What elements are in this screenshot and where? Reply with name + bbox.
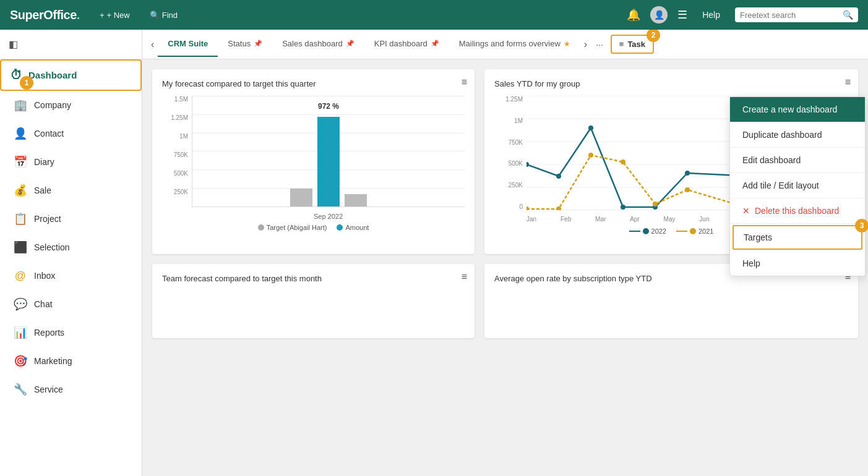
- x-label: May: [664, 216, 676, 223]
- tab-prev-button[interactable]: ‹: [147, 39, 158, 50]
- tab-label: CRM Suite: [168, 39, 208, 48]
- y-label: 1.5M: [174, 96, 188, 103]
- messages-icon[interactable]: ☰: [677, 8, 687, 22]
- legend-2021: 2021: [676, 227, 713, 235]
- legend-dot-target: [258, 224, 264, 231]
- sidebar-item-project[interactable]: 📋 Project: [0, 205, 142, 233]
- delete-label: Delete this dashboard: [755, 206, 839, 216]
- tab-sales-dashboard[interactable]: Sales dashboard 📌: [272, 32, 364, 57]
- company-icon: 🏢: [13, 98, 28, 113]
- find-button[interactable]: 🔍 Find: [145, 8, 183, 22]
- sidebar-item-chat[interactable]: 💬 Chat: [0, 290, 142, 318]
- x-label: Mar: [595, 216, 606, 223]
- sidebar-item-inbox[interactable]: @ Inbox: [0, 261, 142, 290]
- sidebar-item-company[interactable]: 🏢 Company: [0, 91, 142, 119]
- dot-2022: [526, 162, 529, 167]
- targets-label: Targets: [744, 232, 772, 242]
- tab-label: Sales dashboard: [282, 39, 343, 48]
- x-label: Apr: [630, 216, 640, 223]
- tab-label: KPI dashboard: [374, 39, 428, 48]
- tab-more-button[interactable]: ···: [591, 40, 608, 49]
- y-label: 750K: [509, 139, 523, 146]
- dot-2022: [556, 174, 561, 179]
- sidebar-item-label: Diary: [34, 157, 54, 167]
- dropdown-item-duplicate[interactable]: Duplicate dashboard: [730, 122, 865, 148]
- plus-icon: +: [100, 11, 105, 20]
- reports-icon: 📊: [13, 325, 28, 340]
- y-label: 250K: [509, 182, 523, 189]
- search-input[interactable]: [740, 11, 839, 20]
- legend-2022: 2022: [629, 227, 666, 235]
- badge-3: 3: [855, 219, 868, 232]
- legend-label-amount: Amount: [345, 224, 369, 231]
- tab-kpi-dashboard[interactable]: KPI dashboard 📌: [364, 32, 449, 57]
- sidebar-item-sale[interactable]: 💰 Sale: [0, 176, 142, 205]
- sidebar-item-selection[interactable]: ⬛ Selection: [0, 233, 142, 261]
- x-label: Jan: [526, 216, 536, 223]
- legend-line-2021: [676, 231, 687, 232]
- bar-percentage-label: 972 %: [318, 102, 339, 111]
- tab-bar: ‹ CRM Suite Status 📌 Sales dashboard 📌 K…: [142, 30, 868, 59]
- chart1-legend: Target (Abigail Hart) Amount: [162, 224, 465, 231]
- y-label: 250K: [174, 189, 188, 195]
- sidebar-item-service[interactable]: 🔧 Service: [0, 375, 142, 404]
- legend-label-2021: 2021: [698, 227, 713, 235]
- sidebar-item-contact[interactable]: 👤 Contact: [0, 119, 142, 148]
- tab-status[interactable]: Status 📌: [218, 32, 272, 57]
- dropdown-item-delete[interactable]: ✕ Delete this dashboard: [730, 198, 865, 224]
- dashboard-label: Dashboard: [28, 70, 77, 80]
- tile-2-menu-button[interactable]: ≡: [845, 77, 851, 88]
- dropdown-item-help[interactable]: Help: [730, 251, 865, 276]
- sale-icon: 💰: [13, 183, 28, 198]
- sidebar-header: ◧: [0, 30, 142, 59]
- inbox-icon: @: [13, 268, 28, 283]
- find-label: Find: [162, 11, 178, 20]
- sidebar-item-label: Sale: [34, 185, 51, 195]
- pin-icon: 📌: [254, 40, 262, 48]
- sidebar-item-label: Reports: [34, 328, 64, 338]
- tile-1-menu-button[interactable]: ≡: [462, 77, 467, 88]
- legend-dot-2022: [643, 228, 649, 234]
- dropdown-item-targets[interactable]: Targets 3: [733, 225, 862, 250]
- tile-forecast-quarter: My forecast compared to target this quar…: [152, 69, 475, 254]
- sidebar-nav: 🏢 Company 👤 Contact 📅 Diary 💰 Sale 📋 Pro…: [0, 91, 142, 476]
- user-avatar[interactable]: 👤: [650, 6, 668, 23]
- sidebar-item-marketing[interactable]: 🎯 Marketing: [0, 347, 142, 375]
- tile-3-menu-button[interactable]: ≡: [462, 271, 467, 283]
- tab-mailings-forms[interactable]: Mailings and forms overview ★: [449, 32, 580, 57]
- sidebar-item-diary[interactable]: 📅 Diary: [0, 148, 142, 176]
- sidebar-item-label: Selection: [34, 242, 70, 252]
- help-button[interactable]: Help: [697, 7, 725, 22]
- new-label: + New: [107, 11, 130, 20]
- star-icon: ★: [564, 40, 570, 48]
- sidebar-item-label: Company: [34, 100, 71, 110]
- legend-line-2022: [629, 231, 640, 232]
- notifications-icon[interactable]: 🔔: [627, 8, 640, 22]
- legend-label-2022: 2022: [651, 227, 666, 235]
- dropdown-item-create-new[interactable]: Create a new dashboard: [730, 97, 865, 122]
- legend-dot-amount: [337, 224, 343, 231]
- y-label: 1.25M: [505, 96, 523, 103]
- dropdown-item-add-tile[interactable]: Add tile / Edit layout: [730, 173, 865, 198]
- sidebar-collapse-button[interactable]: ◧: [9, 38, 18, 50]
- sidebar-item-label: Inbox: [34, 271, 55, 281]
- sidebar-item-label: Service: [34, 385, 63, 394]
- main-layout: ◧ 1 ⏱ Dashboard 🏢 Company 👤 Contact 📅 Di…: [0, 30, 868, 476]
- create-new-label: Create a new dashboard: [742, 104, 837, 114]
- extra-bar: [345, 194, 367, 206]
- tab-crm-suite[interactable]: CRM Suite: [158, 32, 218, 57]
- new-button[interactable]: + + New: [95, 8, 135, 22]
- search-box: 🔍: [735, 7, 858, 22]
- project-icon: 📋: [13, 211, 28, 226]
- dot-2022: [588, 125, 593, 130]
- x-label: Feb: [561, 216, 571, 223]
- dropdown-item-edit-dashboard[interactable]: Edit dashboard: [730, 148, 865, 173]
- badge-1: 1: [20, 76, 33, 90]
- sidebar-item-label: Project: [34, 214, 61, 224]
- dot-2021: [588, 153, 593, 158]
- amount-bar: [317, 117, 340, 206]
- tab-next-button[interactable]: ›: [580, 39, 591, 50]
- delete-icon: ✕: [742, 206, 750, 216]
- pin-icon: 📌: [346, 40, 355, 48]
- sidebar-item-reports[interactable]: 📊 Reports: [0, 318, 142, 347]
